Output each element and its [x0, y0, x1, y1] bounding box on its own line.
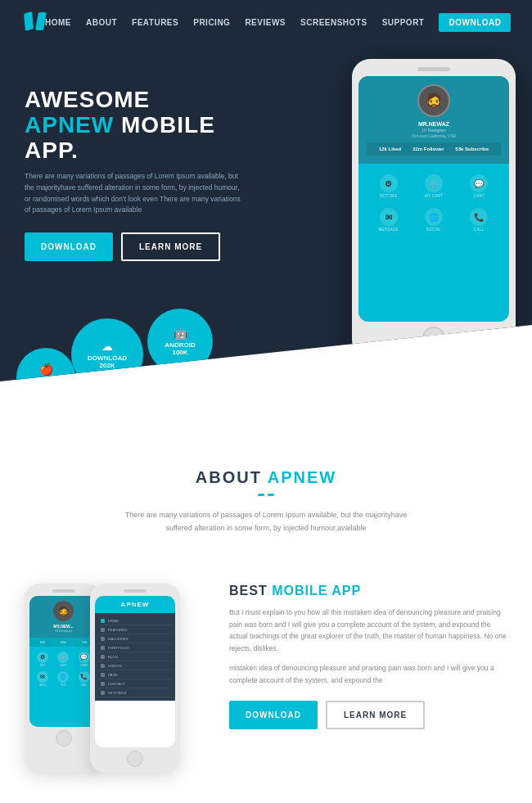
phone-location: 364 east California, USA	[367, 133, 501, 138]
mini-phone-2-home	[127, 751, 143, 767]
about-section: ABOUT APNEW There are many variations of…	[0, 419, 532, 567]
hero-body: There are many variations of passages of…	[25, 171, 246, 215]
about-phone-2: APNEW HOME FEATURES GALLERIES PORTFOLIO …	[90, 584, 180, 773]
about-text: BEST MOBILE APP But I must explain to yo…	[229, 584, 507, 729]
about-subtitle: There are many variations of passages of…	[119, 508, 413, 535]
hero-learn-button[interactable]: LEARN MORE	[121, 232, 220, 261]
navigation: HOME ABOUT FEATURES PRICING REVIEWS SCRE…	[0, 0, 532, 43]
phone-role: UI Designer	[367, 128, 501, 133]
about-phones: 🧔 MS.NEW... UI Designer 12k 22m 53k ⚙SET…	[25, 584, 205, 773]
phone-stat-0: 12k Liked	[379, 147, 401, 151]
about-content-title: BEST MOBILE APP	[229, 584, 507, 598]
about-content: 🧔 MS.NEW... UI Designer 12k 22m 53k ⚙SET…	[0, 567, 532, 803]
nav-download-button[interactable]: DOWNLOAD	[439, 13, 511, 32]
phone-stat-2: 53k Subscribe	[455, 147, 489, 151]
nav-features[interactable]: FEATURES	[132, 18, 178, 27]
hero-stats: 🍎 IOS 102K ☁ DOWNLOAD 202K 🤖 ANDROID 100…	[16, 309, 532, 419]
stat-download: ☁ DOWNLOAD 202K	[71, 318, 143, 390]
about-buttons: DOWNLOAD LEARN MORE	[229, 701, 507, 729]
about-download-button[interactable]: DOWNLOAD	[229, 701, 318, 729]
nav-support[interactable]: SUPPORT	[382, 18, 425, 27]
hero-download-button[interactable]: DOWNLOAD	[25, 232, 113, 261]
hero-section: AWESOME APNEW MOBILE APP. There are many…	[0, 43, 532, 419]
hero-content: AWESOME APNEW MOBILE APP. There are many…	[0, 43, 270, 261]
about-learn-button[interactable]: LEARN MORE	[326, 701, 425, 729]
nav-home[interactable]: HOME	[45, 18, 71, 27]
phone-stat-1: 22m Follower	[413, 147, 444, 151]
phone-name: MR.NEWAZ	[367, 121, 501, 127]
hero-title: AWESOME APNEW MOBILE APP.	[25, 88, 246, 163]
about-body-2: mistaken idea of denouncing pleasure and…	[229, 662, 507, 686]
avatar: 🧔	[417, 84, 450, 117]
hero-buttons: DOWNLOAD LEARN MORE	[25, 232, 246, 261]
nav-about[interactable]: ABOUT	[86, 18, 117, 27]
stat-ios: 🍎 IOS 102K	[16, 348, 75, 407]
section-divider	[25, 494, 507, 496]
nav-reviews[interactable]: REVIEWS	[245, 18, 286, 27]
nav-pricing[interactable]: PRICING	[193, 18, 230, 27]
about-body-1: But I must explain to you how all this m…	[229, 607, 507, 654]
nav-screenshots[interactable]: SCREENSHOTS	[300, 18, 367, 27]
logo[interactable]	[25, 12, 45, 30]
nav-links: HOME ABOUT FEATURES PRICING REVIEWS SCRE…	[45, 14, 511, 29]
mini-avatar-1: 🧔	[53, 601, 74, 621]
stat-android: 🤖 ANDROID 100K	[147, 309, 213, 374]
about-title: ABOUT APNEW	[25, 468, 507, 487]
mini-phone-1-home	[56, 730, 72, 747]
